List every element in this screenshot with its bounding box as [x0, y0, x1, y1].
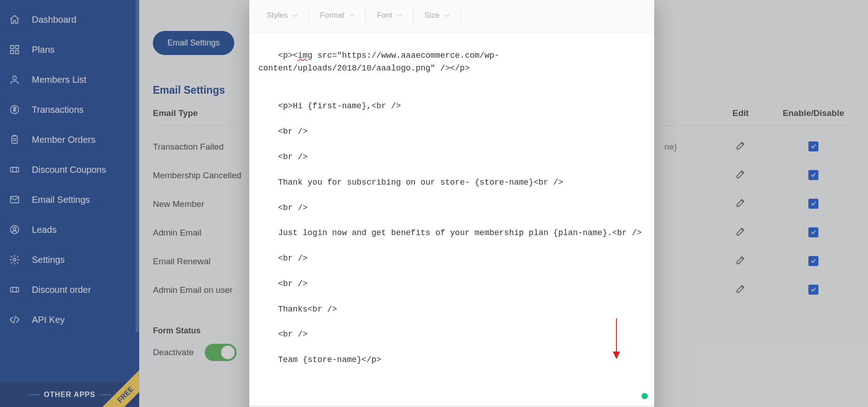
editor-content-line: Thanks<br />: [278, 305, 337, 314]
toolbar-size-label: Size: [424, 11, 439, 20]
email-editor-modal: Styles Format Font Size <p><img src="htt…: [249, 0, 654, 407]
editor-content-line: <br />: [278, 203, 308, 212]
toolbar-size-select[interactable]: Size: [420, 8, 454, 23]
editor-content-line: <br />: [278, 127, 308, 136]
toolbar-styles-select[interactable]: Styles: [262, 8, 302, 23]
editor-toolbar: Styles Format Font Size: [249, 0, 654, 32]
email-body-editor[interactable]: <p><img src="https://www.aaaecommerce.co…: [249, 32, 654, 406]
editor-content-line: Thank you for subscribing on our store- …: [278, 178, 563, 187]
editor-content-line: <p>Hi {first-name},<br />: [278, 101, 401, 111]
chevron-down-icon: [350, 13, 354, 18]
toolbar-format-label: Format: [320, 11, 344, 20]
editor-content-line: <br />: [278, 254, 308, 263]
toolbar-font-label: Font: [377, 11, 392, 20]
editor-content-line: <br />: [278, 152, 308, 161]
toolbar-format-select[interactable]: Format: [315, 8, 359, 23]
editor-content-line: <br />: [278, 330, 308, 339]
toolbar-styles-label: Styles: [267, 11, 288, 20]
grammarly-indicator-icon: [641, 393, 648, 399]
editor-content-line: Just login now and get benefits of your …: [278, 228, 641, 237]
chevron-down-icon: [398, 13, 402, 18]
editor-content-line: Team {store-name}</p>: [278, 355, 381, 364]
toolbar-font-select[interactable]: Font: [372, 8, 407, 23]
chevron-down-icon: [293, 13, 298, 18]
editor-content-line: <p><img src="https://www.aaaecommerce.co…: [258, 51, 499, 73]
editor-content-line: <br />: [278, 279, 308, 288]
chevron-down-icon: [445, 13, 449, 18]
